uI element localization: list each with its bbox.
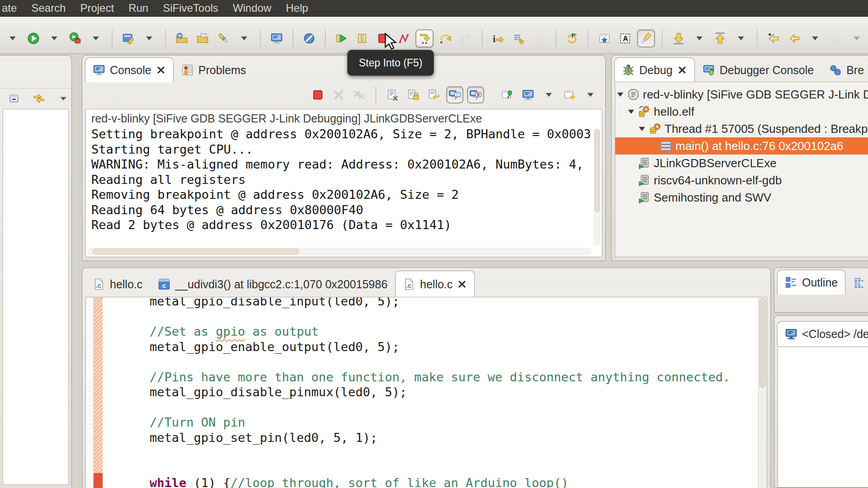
instruction-stepping-button[interactable]: i (489, 29, 507, 47)
scroll-lock-button[interactable] (405, 86, 422, 103)
suspend-button[interactable] (353, 29, 371, 47)
last-edit-location-button[interactable] (764, 29, 783, 47)
terminal-body[interactable] (778, 347, 868, 488)
download-dropdown-button[interactable] (690, 29, 708, 47)
debug-tab-bre[interactable]: Bre (821, 57, 868, 82)
debug-tree-row[interactable]: red-v-blinky [SiFive GDB SEGGER J-Link D… (615, 86, 868, 103)
step-into-button[interactable] (415, 29, 434, 47)
brush-dropdown-button[interactable] (235, 29, 253, 47)
menu-item-sifivetools[interactable]: SiFiveTools (156, 2, 226, 14)
highlighter-button[interactable] (637, 29, 655, 47)
editor-vertical-scrollbar[interactable] (758, 297, 767, 488)
debug-tree-row[interactable]: riscv64-unknown-elf-gdb (615, 172, 868, 189)
console-view-button[interactable] (268, 29, 286, 47)
outline-tab-outline[interactable]: Outline (777, 270, 845, 295)
external-tools-dropdown-button[interactable] (87, 29, 105, 47)
new-launch-config-button[interactable] (595, 29, 613, 47)
upload-dropdown-button[interactable] (732, 29, 750, 47)
scrollbar-thumb[interactable] (594, 129, 599, 212)
console-tab-console[interactable]: Console (85, 57, 174, 82)
menu-item-search[interactable]: Search (24, 2, 73, 14)
close-tab-icon[interactable] (156, 65, 166, 75)
back-dropdown-button[interactable] (806, 29, 824, 47)
close-tab-icon[interactable] (457, 279, 467, 289)
display-console-dropdown-button[interactable] (540, 86, 557, 103)
minimize-icon[interactable] (567, 63, 577, 73)
resume-button[interactable] (332, 29, 350, 47)
run-button[interactable] (24, 29, 42, 47)
view-menu-button[interactable] (54, 89, 72, 108)
workspace-dropdown-button[interactable] (4, 29, 22, 47)
scrollbar-thumb[interactable] (93, 249, 299, 254)
debug-tree-row[interactable]: Semihosting and SWV (615, 189, 868, 206)
console-horizontal-scrollbar[interactable] (87, 248, 592, 255)
c-editor-icon: c (158, 278, 170, 291)
download-button[interactable] (670, 29, 688, 47)
pin-console-button[interactable] (499, 86, 516, 103)
link-with-editor-button[interactable] (30, 89, 48, 108)
minimize-icon[interactable] (717, 277, 727, 287)
new-wizard-dropdown-button[interactable] (140, 29, 158, 47)
resume-without-signal-button[interactable] (531, 29, 549, 47)
clear-console-button[interactable] (384, 86, 401, 103)
run-dropdown-button[interactable] (45, 29, 63, 47)
show-stdout-button[interactable] (446, 86, 463, 103)
menu-item-window[interactable]: Window (226, 2, 278, 14)
editor-tab-hello-c[interactable]: .chello.c (85, 271, 150, 297)
menu-item-run[interactable]: Run (121, 2, 156, 14)
debug-tab-debug[interactable]: Debug (614, 57, 695, 82)
new-wizard-button[interactable] (119, 29, 137, 47)
skip-all-breakpoints-button[interactable] (300, 29, 318, 47)
console-vertical-scrollbar[interactable] (594, 128, 600, 246)
editor-body[interactable]: metal_gpio_disable_input(led0, 5); //Set… (85, 297, 767, 488)
collapse-all-button[interactable] (5, 89, 24, 108)
display-console-button[interactable] (519, 86, 537, 103)
step-return-button[interactable] (457, 29, 475, 47)
tab-terminal[interactable]: <Closed> /de (777, 321, 868, 346)
debug-tree-row[interactable]: Thread #1 57005 (Suspended : Breakpo (615, 120, 868, 137)
debug-tree-row[interactable]: hello.elf (615, 103, 868, 120)
debug-tree-row-selected[interactable]: main() at hello.c:76 0x200102a6 (615, 137, 868, 155)
debug-tab-debugger-console[interactable]: Debugger Console (695, 57, 821, 82)
remove-launch-icon (332, 89, 345, 101)
console-tab-problems[interactable]: Problems (174, 57, 254, 82)
back-button[interactable] (785, 29, 803, 47)
assembly-view-button[interactable]: A (616, 29, 634, 47)
upload-button[interactable] (711, 29, 729, 47)
open-folder-button[interactable] (193, 29, 212, 47)
editor-tab--udivdi3-at-libgcc2-c-1-070-0x20015986[interactable]: c__udivdi3() at libgcc2.c:1,070 0x200159… (150, 271, 395, 297)
expander-icon[interactable] (638, 124, 648, 133)
step-over-button[interactable] (436, 29, 454, 47)
expander-icon[interactable] (616, 90, 626, 99)
maximize-icon[interactable] (54, 66, 64, 75)
remove-all-launches-button[interactable] (351, 86, 368, 103)
terminate-console-button[interactable] (309, 86, 326, 103)
menu-item-help[interactable]: Help (278, 2, 315, 14)
external-tools-button[interactable] (66, 29, 84, 47)
forward-button[interactable] (827, 29, 845, 47)
word-wrap-button[interactable] (425, 86, 443, 103)
format-brush-button[interactable] (214, 29, 232, 47)
editor-ruler[interactable] (86, 297, 94, 488)
minimize-icon[interactable] (34, 66, 44, 75)
forward-dropdown-button[interactable] (848, 29, 866, 47)
maximize-icon[interactable] (587, 63, 597, 73)
scrollbar-thumb[interactable] (760, 298, 766, 388)
open-project-button[interactable] (173, 29, 191, 47)
editor-tab-hello-c[interactable]: .chello.c (395, 271, 475, 297)
show-stderr-button[interactable] (467, 86, 484, 103)
restart-button[interactable] (563, 29, 581, 47)
open-new-console-button[interactable] (561, 86, 578, 103)
step-over-icon (439, 32, 452, 45)
expander-icon[interactable] (627, 107, 637, 116)
close-tab-icon[interactable] (677, 65, 687, 75)
outline-tab-disassembly[interactable] (845, 270, 868, 295)
remove-launch-button[interactable] (330, 86, 347, 103)
move-to-line-button[interactable] (510, 29, 528, 47)
debug-tree-row[interactable]: JLinkGDBServerCLExe (615, 155, 868, 172)
open-console-dropdown-button[interactable] (582, 86, 599, 103)
maximize-icon[interactable] (737, 277, 747, 287)
menu-item-project[interactable]: Project (73, 2, 121, 14)
code-area[interactable]: metal_gpio_disable_input(led0, 5); //Set… (103, 297, 757, 488)
menu-item-ate[interactable]: ate (0, 2, 24, 14)
